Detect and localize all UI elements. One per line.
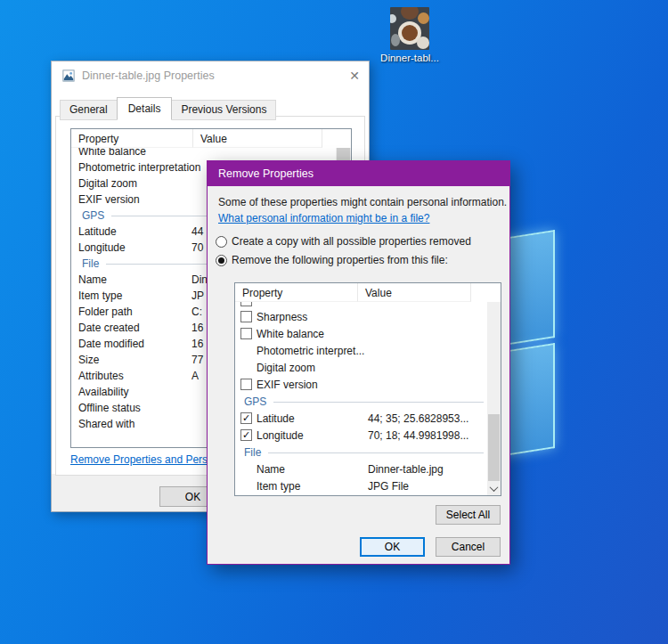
remove-properties-title: Remove Properties [218,167,314,180]
properties-titlebar[interactable]: Dinner-table.jpg Properties ✕ [52,61,369,90]
checkbox-longitude[interactable]: ✓ [240,429,252,441]
list-header: Property Value [71,129,351,148]
property-value: 77 [186,354,203,366]
scrollbar[interactable] [487,283,501,495]
radio-button-icon[interactable] [216,236,227,248]
table-row: Photometric interpret... [235,342,487,359]
property-label: Offline status [78,402,141,414]
scrollbar-down-button[interactable] [487,482,501,495]
chevron-down-icon [490,483,499,492]
radio-create-copy[interactable]: Create a copy with all possible properti… [216,235,471,248]
property-label: Folder path [78,306,133,318]
property-label: EXIF version [257,379,318,391]
property-label: Shared with [78,418,134,430]
property-label: Date created [78,322,140,334]
tab-general[interactable]: General [60,100,118,120]
tab-details[interactable]: Details [117,97,173,120]
cancel-button[interactable]: Cancel [436,537,501,557]
personal-info-help-link[interactable]: What personal information might be in a … [218,212,429,224]
dinner-table-thumbnail-image [390,7,429,50]
list-header: Property Value [235,283,501,302]
section-label: GPS [82,209,104,222]
property-value: 70 [186,241,203,254]
table-row: EXIF version [235,376,487,393]
removable-properties-list: Property Value SharpnessWhite balancePho… [234,282,501,496]
property-value: 44 [186,225,203,238]
section-row: File [235,444,487,461]
radio-button-icon[interactable] [216,255,227,266]
checkbox-white-balance[interactable] [240,328,252,339]
property-value: C: [186,306,202,318]
thumbnail-shape [418,12,429,24]
property-label: Availability [78,386,128,398]
table-row: ✓Latitude44; 35; 25.6828953... [235,410,487,427]
desktop-icon-dinner-table[interactable]: Dinner-tabl... [375,7,444,63]
property-value: 16 [186,338,203,350]
property-label: White balance [78,148,146,158]
select-all-button[interactable]: Select All [436,505,501,525]
property-value: Dinner-table.jpg [363,463,444,476]
property-label: Name [78,273,107,286]
close-icon[interactable]: ✕ [349,69,360,82]
property-label: Digital zoom [78,177,137,190]
property-label: Photometric interpret... [257,345,364,357]
properties-dialog-title: Dinner-table.jpg Properties [82,69,349,82]
table-row: White balance [235,325,487,342]
property-value: A [186,370,199,382]
remove-properties-link[interactable]: Remove Properties and Persona [70,453,225,466]
property-label: EXIF version [78,193,140,206]
column-header-value[interactable]: Value [193,129,322,148]
property-label: Name [257,463,285,476]
property-label: Attributes [78,370,124,382]
section-divider [273,402,484,403]
checkbox-exif-version[interactable] [240,379,252,390]
property-label: Photometric interpretation [78,161,200,174]
section-label: File [82,257,99,270]
column-header-value[interactable]: Value [358,283,471,302]
property-label: Size [78,354,99,366]
desktop-icon-label: Dinner-tabl... [375,53,444,63]
property-value: 70; 18; 44.9981998... [363,429,468,442]
radio-create-copy-label: Create a copy with all possible properti… [232,235,471,248]
property-value: JP [186,289,204,302]
property-label: Longitude [257,429,304,442]
property-label: Sharpness [257,311,307,323]
table-row: White balance [71,148,336,159]
section-divider [268,452,484,453]
column-header-property[interactable]: Property [235,283,358,302]
property-label: Latitude [257,412,295,425]
property-value: Din [186,273,208,286]
property-label: Item type [257,480,300,493]
checkbox-latitude[interactable]: ✓ [240,412,252,424]
list-body: SharpnessWhite balancePhotometric interp… [235,302,487,495]
property-value: JPG File [363,480,409,493]
radio-remove-properties-label: Remove the following properties from thi… [232,254,448,266]
clipped-row [235,302,487,308]
image-file-icon [62,69,75,82]
remove-properties-titlebar[interactable]: Remove Properties [208,161,509,186]
radio-remove-properties[interactable]: Remove the following properties from thi… [216,254,448,266]
thumbnail-shape [401,7,419,20]
privacy-info-text: Some of these properties might contain p… [218,196,507,208]
property-label: Date modified [78,338,144,350]
column-header-property[interactable]: Property [71,129,193,148]
table-row: Item typeJPG File [235,477,487,494]
thumbnail-shape [390,14,396,23]
property-label: Digital zoom [257,362,315,374]
property-label: Longitude [78,241,126,254]
checkbox-sharpness[interactable] [240,311,252,322]
table-row: ✓Longitude70; 18; 44.9981998... [235,427,487,444]
table-row: NameDinner-table.jpg [235,461,487,477]
property-value: 16 [186,322,203,334]
tab-previous-versions[interactable]: Previous Versions [171,100,276,120]
section-row: GPS [235,393,487,410]
thumbnail-shape [402,25,418,41]
section-label: File [244,446,261,459]
property-label: White balance [257,328,324,340]
checkbox[interactable] [240,302,252,306]
scrollbar-thumb[interactable] [488,414,500,481]
property-label: Latitude [78,225,117,238]
ok-button[interactable]: OK [360,537,425,557]
table-row: Digital zoom [235,359,487,376]
properties-tab-strip: General Details Previous Versions [60,97,275,120]
